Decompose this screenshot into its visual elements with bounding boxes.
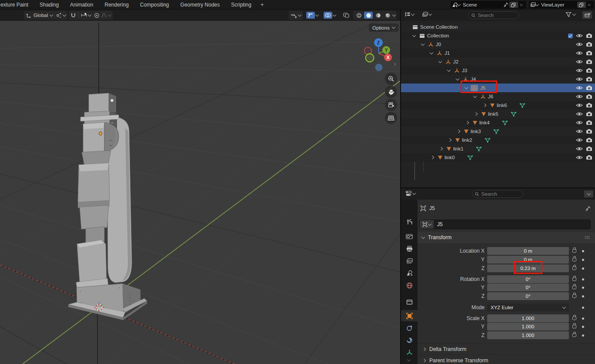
camera-icon[interactable] (586, 155, 592, 160)
workspace-tab-texture-paint[interactable]: exture Paint (0, 0, 34, 10)
eye-icon[interactable] (576, 103, 583, 108)
workspace-tab-compositing[interactable]: Compositing (134, 0, 175, 10)
object-origin-dot[interactable] (99, 132, 102, 135)
camera-icon[interactable] (586, 77, 592, 82)
xray-toggle[interactable] (342, 12, 351, 19)
camera-icon[interactable] (586, 103, 592, 108)
navigation-gizmo[interactable]: Z Y X (364, 38, 392, 71)
breadcrumb-object-name[interactable]: J5 (429, 205, 435, 211)
transform-panel-header[interactable]: Transform (418, 232, 595, 243)
lock-icon[interactable] (572, 277, 576, 281)
outliner-row-link1[interactable]: link1 (401, 144, 595, 153)
outliner-row-link0[interactable]: link0 (401, 153, 595, 162)
workspace-tab-scripting[interactable]: Scripting (225, 0, 257, 10)
camera-icon[interactable] (586, 85, 592, 90)
outliner-row-j1[interactable]: J1 (401, 49, 595, 57)
transform-orientation-dropdown[interactable]: Global (24, 11, 54, 20)
eye-icon[interactable] (576, 68, 583, 73)
eye-icon[interactable] (576, 155, 583, 160)
eye-icon[interactable] (576, 33, 583, 38)
lock-icon[interactable] (572, 286, 576, 289)
outliner-row-link3[interactable]: link3 (401, 127, 595, 136)
camera-icon[interactable] (586, 42, 592, 47)
object-name-icon-segment[interactable] (420, 220, 434, 229)
view-layer-selector[interactable]: ViewLayer ✕ (529, 1, 594, 9)
view-layer-name[interactable]: ViewLayer (538, 2, 576, 7)
expand-chevron[interactable] (438, 59, 442, 63)
viewport-canvas[interactable]: Z Y X Options ‹ (0, 21, 400, 364)
lock-icon[interactable] (572, 258, 576, 261)
delta-transform-panel[interactable]: Delta Transform (418, 343, 595, 354)
camera-icon[interactable] (586, 146, 592, 151)
eye-icon[interactable] (576, 59, 583, 64)
tab-object-active[interactable] (401, 310, 418, 321)
outliner-search[interactable] (468, 11, 519, 19)
show-overlays-toggle[interactable] (324, 12, 332, 19)
animate-dot[interactable] (582, 317, 584, 320)
expand-chevron-collapsed[interactable] (457, 130, 460, 133)
expand-chevron-collapsed[interactable] (431, 156, 434, 159)
tab-render[interactable] (401, 231, 418, 242)
lock-icon[interactable] (572, 267, 576, 270)
eye-icon[interactable] (576, 137, 583, 143)
editor-type-dropdown[interactable] (404, 12, 414, 17)
camera-view-button[interactable] (385, 99, 397, 111)
scene-new-copy-button[interactable] (509, 2, 518, 8)
panel-drag-handle[interactable] (585, 236, 591, 239)
eye-icon[interactable] (576, 50, 583, 56)
tabs-overflow-chevron[interactable] (407, 358, 411, 361)
outliner-search-input[interactable] (478, 13, 516, 18)
scale-y-field[interactable]: 1.000 (487, 323, 569, 331)
eye-icon[interactable] (576, 120, 583, 125)
shading-rendered-button[interactable] (383, 12, 392, 19)
scale-z-field[interactable]: 1.000 (487, 331, 569, 339)
outliner-row-link2[interactable]: link2 (401, 136, 595, 144)
outliner-row-scene-collection[interactable]: Scene Collection (401, 23, 595, 31)
camera-icon[interactable] (586, 137, 592, 143)
outliner-row-link5[interactable]: link5 (401, 110, 595, 118)
tab-object-data[interactable] (401, 347, 418, 358)
shading-wireframe-button[interactable] (354, 12, 363, 19)
animate-dot[interactable] (582, 307, 584, 309)
expand-chevron-collapsed[interactable] (483, 104, 486, 107)
proportional-editing-controls[interactable] (92, 11, 113, 20)
rotation-x-field[interactable]: 0° (487, 275, 569, 283)
outliner-row-j5-selected[interactable]: J5 (401, 83, 595, 92)
animate-dot[interactable] (582, 278, 584, 281)
eye-icon[interactable] (576, 129, 583, 134)
camera-icon[interactable] (586, 33, 592, 38)
tab-physics[interactable] (401, 334, 418, 346)
properties-options-dropdown[interactable] (584, 190, 593, 197)
expand-chevron-collapsed[interactable] (465, 121, 469, 124)
expand-chevron-collapsed[interactable] (439, 147, 443, 150)
workspace-tab-animation[interactable]: Animation (64, 0, 99, 10)
scene-name[interactable]: Scene (460, 2, 503, 7)
expand-chevron[interactable] (421, 42, 425, 45)
properties-search[interactable] (472, 190, 523, 198)
outliner-row-j6[interactable]: J6 (401, 92, 595, 101)
overlays-dropdown-chevron[interactable] (333, 13, 336, 16)
outliner-row-collection[interactable]: Collection (401, 31, 595, 40)
properties-editor-type-dropdown[interactable] (405, 190, 415, 197)
animate-dot[interactable] (582, 250, 584, 252)
parent-inverse-transform-panel[interactable]: Parent Inverse Transform (418, 354, 595, 364)
shading-solid-button[interactable] (364, 12, 373, 19)
animate-dot[interactable] (582, 295, 584, 297)
add-workspace-button[interactable]: + (257, 1, 267, 8)
gizmo-neg-y-ball[interactable] (366, 54, 374, 62)
outliner-display-mode-dropdown[interactable] (422, 12, 431, 17)
gizmo-neg-z-ball[interactable] (375, 64, 383, 71)
outliner-row-j2[interactable]: J2 (401, 57, 595, 66)
eye-icon[interactable] (576, 42, 583, 47)
eye-icon[interactable] (576, 94, 583, 99)
scene-selector[interactable]: Scene ✕ (451, 1, 526, 9)
pin-icon[interactable] (503, 2, 508, 7)
new-collection-button[interactable] (582, 11, 592, 19)
outliner-row-j0[interactable]: J0 (401, 40, 595, 49)
snapping-controls[interactable] (69, 11, 93, 20)
pin-icon[interactable] (585, 206, 591, 211)
rotation-z-field[interactable]: 0° (487, 292, 569, 300)
zoom-tool-button[interactable] (385, 73, 397, 85)
lock-icon[interactable] (572, 325, 576, 328)
camera-icon[interactable] (586, 111, 592, 117)
